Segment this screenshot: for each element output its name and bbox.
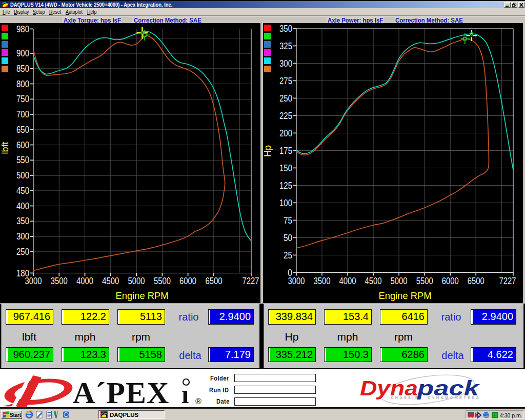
svg-text:250: 250 (279, 93, 292, 103)
svg-text:25: 25 (284, 250, 292, 260)
svg-text:300: 300 (279, 58, 292, 68)
svg-text:6000: 6000 (442, 275, 459, 286)
svg-text:500: 500 (16, 170, 29, 181)
svg-text:5000: 5000 (391, 275, 408, 286)
svg-text:3500: 3500 (314, 275, 331, 286)
svg-text:350: 350 (279, 23, 292, 33)
svg-text:50: 50 (284, 232, 292, 243)
svg-text:3000: 3000 (25, 275, 42, 286)
svg-text:6500: 6500 (205, 275, 222, 286)
svg-text:7227: 7227 (243, 275, 259, 286)
svg-text:650: 650 (16, 124, 29, 134)
svg-text:Hp: Hp (262, 145, 273, 156)
svg-text:3000: 3000 (288, 275, 305, 286)
svg-text:275: 275 (279, 75, 292, 86)
svg-text:325: 325 (279, 41, 292, 51)
svg-text:5500: 5500 (154, 275, 171, 286)
svg-text:700: 700 (16, 109, 29, 119)
svg-text:5000: 5000 (128, 275, 145, 286)
svg-text:100: 100 (279, 197, 292, 208)
svg-text:75: 75 (284, 215, 292, 225)
svg-text:5500: 5500 (416, 275, 433, 286)
svg-text:6500: 6500 (468, 275, 484, 286)
svg-text:350: 350 (16, 216, 29, 226)
svg-text:980: 980 (16, 24, 29, 34)
svg-text:600: 600 (16, 139, 29, 150)
svg-text:Engine RPM: Engine RPM (116, 290, 169, 301)
svg-text:750: 750 (16, 94, 29, 104)
svg-text:450: 450 (16, 185, 29, 195)
svg-text:Engine RPM: Engine RPM (379, 290, 432, 301)
svg-text:175: 175 (279, 145, 292, 155)
svg-text:4000: 4000 (76, 275, 93, 286)
svg-text:300: 300 (16, 231, 29, 242)
svg-text:800: 800 (16, 78, 29, 89)
svg-text:850: 850 (16, 63, 29, 73)
svg-text:DYNAMOMETERS: DYNAMOMETERS (428, 395, 480, 400)
svg-text:200: 200 (279, 128, 292, 138)
svg-text:7227: 7227 (499, 275, 516, 286)
svg-text:CHASSIS: CHASSIS (391, 395, 419, 400)
svg-text:4500: 4500 (102, 275, 119, 286)
svg-text:lbft: lbft (0, 142, 10, 154)
svg-text:550: 550 (16, 155, 29, 165)
svg-text:150: 150 (279, 163, 292, 173)
svg-text:900: 900 (16, 48, 29, 58)
svg-text:400: 400 (16, 201, 29, 211)
svg-text:250: 250 (16, 246, 29, 256)
svg-text:3500: 3500 (51, 275, 68, 286)
svg-text:225: 225 (279, 110, 292, 121)
svg-text:4500: 4500 (365, 275, 382, 286)
svg-text:6000: 6000 (179, 275, 196, 286)
svg-text:A´PEX: A´PEX (73, 376, 169, 408)
svg-text:125: 125 (279, 180, 292, 190)
svg-text:4000: 4000 (339, 275, 356, 286)
